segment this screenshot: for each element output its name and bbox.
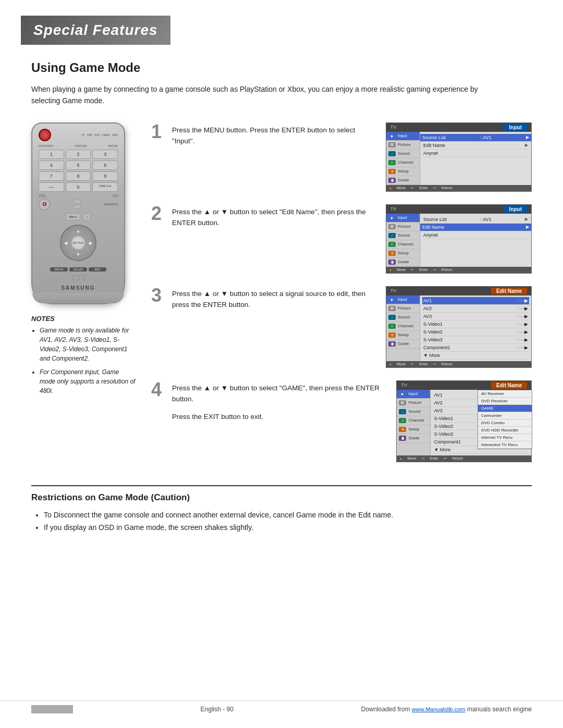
sound-icon-2: ♪ bbox=[388, 233, 396, 238]
tv-title-1: Input bbox=[504, 124, 527, 131]
tv-sidebar-sound-3: ♪ Sound bbox=[386, 313, 420, 322]
btn-4[interactable]: 4 bbox=[39, 161, 64, 170]
btn-2[interactable]: 2 bbox=[66, 150, 91, 159]
tv-screen-3: TV Edit Name ▶ Input 🖼 bbox=[386, 286, 532, 368]
tv-body-2: ▶ Input 🖼 Picture ♪ Sound bbox=[386, 214, 531, 267]
tv-label-2: TV bbox=[390, 206, 397, 212]
step-3-text: Press the ▲ or ▼ button to select a sign… bbox=[172, 286, 375, 311]
notes-item-2: For Component input, Game mode only supp… bbox=[40, 367, 136, 396]
tv-title-2: Input bbox=[504, 206, 527, 213]
step-3: 3 Press the ▲ or ▼ button to select a si… bbox=[151, 286, 532, 368]
pmode-label: P.MODE bbox=[75, 144, 87, 147]
tv-sidebar-input-4: ▶ Input bbox=[397, 390, 430, 399]
btn-0[interactable]: 0 bbox=[66, 182, 91, 192]
tv-screen-4: TV Edit Name ▶ Input 🖼 bbox=[396, 380, 532, 462]
footer-download: Downloaded from www.Manualslib.com manua… bbox=[361, 706, 532, 713]
tv-sidebar-setup-2: ⚙ Setup bbox=[386, 249, 420, 258]
picture-icon-3: 🖼 bbox=[388, 306, 396, 311]
picture-icon-2: 🖼 bbox=[388, 224, 396, 229]
source-label: SOURCE bbox=[104, 203, 118, 206]
tv-footer-4: ⬥Move ↵Enter ↩Return bbox=[397, 455, 531, 462]
tv-row-editname-1: Edit Name▶ bbox=[423, 142, 528, 150]
remote-source-labels: TV STB VCR CABLE DVD bbox=[81, 133, 118, 137]
nav-right-arrow: ▶ bbox=[89, 240, 92, 245]
btn-5[interactable]: 5 bbox=[66, 161, 91, 170]
tv-sidebar-setup-1: ⚙ Setup bbox=[386, 167, 420, 176]
sound-icon-3: ♪ bbox=[388, 315, 396, 320]
tv-row-svideo3-3: S-Video3: ----▶ bbox=[422, 336, 529, 344]
mts-button[interactable]: MTS bbox=[89, 267, 106, 272]
popup-av-receiver: AV Receiver bbox=[478, 390, 532, 398]
btn-prech[interactable]: PRE-CH bbox=[92, 182, 118, 192]
tv-sidebar-channel-2: ≡ Channel bbox=[386, 240, 420, 249]
channel-icon-3: ≡ bbox=[388, 324, 396, 329]
tv-sidebar-picture-1: 🖼 Picture bbox=[386, 141, 420, 150]
tv-sidebar-channel-1: ≡ Channel bbox=[386, 158, 420, 167]
main-layout: TV STB VCR CABLE DVD ANTENNA P.MODE MODE… bbox=[31, 122, 532, 475]
popup-game: GAME bbox=[478, 405, 532, 412]
power-button[interactable] bbox=[39, 129, 51, 141]
tv-row-more-3: ▼ More bbox=[422, 352, 529, 360]
mute-button[interactable]: 🔇 bbox=[39, 199, 50, 210]
step-2: 2 Press the ▲ or ▼ button to select "Edi… bbox=[151, 204, 532, 274]
tv-sidebar-input-1: ▶ Input bbox=[386, 132, 420, 141]
steps-section: 1 Press the MENU button. Press the ENTER… bbox=[151, 122, 532, 475]
notes-list: Game mode is only available for AV1, AV2… bbox=[31, 326, 136, 396]
tv-sidebar-1: ▶ Input 🖼 Picture ♪ Sound bbox=[386, 132, 420, 185]
tv-body-4: ▶ Input 🖼 Picture ♪ Sound bbox=[397, 390, 531, 455]
picture-icon-1: 🖼 bbox=[388, 142, 396, 147]
ch-list-button[interactable]: CH.LIST bbox=[69, 267, 87, 272]
bottom-buttons: FAV.CH CH.LIST MTS bbox=[39, 267, 118, 272]
label-stb: STB bbox=[87, 133, 92, 137]
nav-left-arrow: ◀ bbox=[64, 240, 67, 245]
tv-title-3: Edit Name bbox=[491, 288, 527, 294]
btn-9[interactable]: 9 bbox=[92, 171, 118, 181]
tv-screen-1: TV Input ▶ Input 🖼 Pi bbox=[386, 122, 532, 192]
tv-sidebar-3: ▶ Input 🖼 Picture ♪ Sound bbox=[386, 295, 420, 361]
tv-sidebar-channel-3: ≡ Channel bbox=[386, 322, 420, 331]
label-tv: TV bbox=[81, 133, 84, 137]
step-3-combined: Press the ▲ or ▼ button to select a sign… bbox=[172, 286, 532, 368]
btn-dash[interactable]: — bbox=[39, 182, 64, 192]
header-title: Special Features bbox=[33, 22, 158, 39]
tv-screen-2-header: TV Input bbox=[386, 205, 531, 214]
restrictions-title: Restrictions on Game Mode (Caution) bbox=[31, 492, 532, 503]
step-4-combined: Press the ▲ or ▼ button to select "GAME"… bbox=[172, 380, 532, 462]
tv-row-svideo1-3: S-Video1: ----▶ bbox=[422, 320, 529, 328]
btn-6[interactable]: 6 bbox=[92, 161, 118, 170]
channel-icon-2: ≡ bbox=[388, 242, 396, 247]
btn-1[interactable]: 1 bbox=[39, 150, 64, 159]
fav-ch-button[interactable]: FAV.CH bbox=[50, 267, 68, 272]
footer-link[interactable]: www.Manualslib.com bbox=[412, 706, 466, 712]
antenna-row: ANTENNA P.MODE MODE bbox=[39, 144, 118, 147]
tv-label-3: TV bbox=[390, 288, 397, 293]
tv-row-svideo2-3: S-Video2: ----▶ bbox=[422, 328, 529, 336]
vol-label: VOL bbox=[39, 194, 46, 198]
btn-3[interactable]: 3 bbox=[92, 150, 118, 159]
mute-source-row: 🔇 SOURCE bbox=[39, 199, 118, 210]
tv-row-editname-2: Edit Name▶ bbox=[420, 224, 531, 231]
step-4-texts: Press the ▲ or ▼ button to select "GAME"… bbox=[172, 380, 386, 423]
tv-label-4: TV bbox=[401, 382, 407, 388]
restrictions-list: To Disconnect the game console and conne… bbox=[31, 509, 532, 534]
btn-8[interactable]: 8 bbox=[66, 171, 91, 181]
tv-row-av1-3: AV1: ----▶ bbox=[422, 297, 529, 305]
notes-title: NOTES bbox=[31, 315, 136, 323]
step-1: 1 Press the MENU button. Press the ENTER… bbox=[151, 122, 532, 192]
notes-section: NOTES Game mode is only available for AV… bbox=[31, 315, 136, 396]
tv-footer-2: ⬥Move ↵Enter ↩Return bbox=[386, 267, 531, 273]
tv-sidebar-guide-4: 📋 Guide bbox=[397, 434, 430, 443]
btn-7[interactable]: 7 bbox=[39, 171, 64, 181]
antenna-label: ANTENNA bbox=[39, 144, 54, 147]
nav-ring[interactable]: ▲ ▼ ◀ ▶ ENTER bbox=[60, 225, 96, 261]
popup-dvd-receiver: DVD Receiver bbox=[478, 398, 532, 405]
popup-dvd-hdd: DVD HDD Recorder bbox=[478, 427, 532, 434]
restrictions-section: Restrictions on Game Mode (Caution) To D… bbox=[31, 485, 532, 534]
restriction-item-2: If you display an OSD in Game mode, the … bbox=[44, 522, 532, 534]
remote-control: TV STB VCR CABLE DVD ANTENNA P.MODE MODE… bbox=[31, 122, 125, 304]
enter-button[interactable]: ENTER bbox=[71, 236, 85, 250]
nav-section: ▲ ▼ ◀ ▶ ENTER bbox=[39, 223, 118, 263]
label-cable: CABLE bbox=[102, 133, 110, 137]
tv-row-component1-3: Component1: ----▶ bbox=[422, 344, 529, 352]
tv-row-source-1: Source List: AV1▶ bbox=[420, 134, 531, 142]
